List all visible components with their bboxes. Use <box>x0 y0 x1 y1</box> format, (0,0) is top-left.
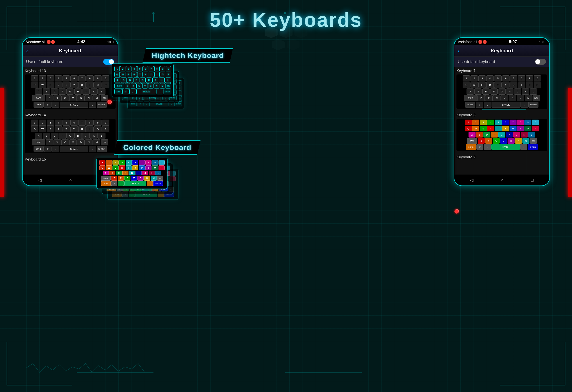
key[interactable]: P <box>159 165 165 170</box>
key[interactable]: 1 <box>465 120 472 125</box>
space-key[interactable]: SPACE <box>60 102 88 108</box>
key[interactable]: J <box>514 89 521 95</box>
key[interactable]: 1 <box>31 75 38 81</box>
key[interactable]: V <box>500 138 507 144</box>
key[interactable]: G <box>66 89 74 95</box>
key[interactable]: # <box>44 146 51 152</box>
key[interactable]: H <box>74 89 82 95</box>
key[interactable]: # <box>111 181 117 186</box>
key[interactable]: R <box>119 165 125 170</box>
key[interactable]: S <box>43 133 50 139</box>
key[interactable]: H <box>135 171 142 175</box>
key[interactable]: Z <box>478 138 485 144</box>
key[interactable]: S <box>476 132 483 137</box>
key[interactable]: R <box>131 72 137 77</box>
key[interactable]: 6 <box>143 66 148 71</box>
key[interactable]: L <box>98 89 105 95</box>
key[interactable]: G <box>498 89 506 95</box>
enter-key[interactable]: ENTER <box>528 144 538 150</box>
key[interactable]: 8 <box>86 75 94 81</box>
key[interactable]: 0 <box>159 160 165 165</box>
caps-key[interactable]: CAPS <box>32 139 45 145</box>
key[interactable]: E <box>478 82 486 88</box>
done-key[interactable]: DONE <box>114 89 122 94</box>
key[interactable]: N <box>517 95 524 101</box>
key[interactable]: 6 <box>502 75 509 81</box>
key[interactable]: T <box>63 82 70 88</box>
key[interactable]: O <box>160 72 165 77</box>
key[interactable]: T <box>495 126 502 131</box>
key[interactable]: J <box>513 132 520 137</box>
nav-back-icon-right[interactable]: ◁ <box>470 177 473 183</box>
key[interactable]: # <box>44 102 51 108</box>
key[interactable]: W <box>106 165 112 170</box>
key[interactable]: A <box>35 89 42 95</box>
key[interactable]: P <box>102 82 109 88</box>
key[interactable]: , <box>129 89 136 94</box>
key[interactable]: , <box>52 102 59 108</box>
key[interactable]: 6 <box>70 75 78 81</box>
del-key[interactable]: DEL <box>157 176 163 181</box>
key[interactable]: 1 <box>463 75 470 81</box>
key[interactable]: K <box>149 171 155 175</box>
caps-key[interactable]: CAPS <box>467 138 477 144</box>
key[interactable]: F <box>122 171 128 175</box>
key[interactable]: 9 <box>94 120 101 126</box>
key[interactable]: 8 <box>517 120 524 125</box>
key[interactable]: C <box>124 176 130 181</box>
key[interactable]: , <box>52 146 59 152</box>
key[interactable]: E <box>480 126 487 131</box>
key[interactable]: H <box>146 77 152 83</box>
key[interactable]: 0 <box>102 75 109 81</box>
key[interactable]: 4 <box>486 75 494 81</box>
key[interactable]: 9 <box>160 66 165 71</box>
key[interactable]: 2 <box>120 66 126 71</box>
key[interactable]: J <box>142 171 148 175</box>
key[interactable]: 1 <box>99 160 105 165</box>
key[interactable]: Q <box>31 82 38 88</box>
key[interactable]: Y <box>132 165 138 170</box>
key[interactable]: # <box>477 144 483 150</box>
key[interactable]: 2 <box>471 75 478 81</box>
key[interactable]: 0 <box>532 120 539 125</box>
key[interactable]: Q <box>463 82 470 88</box>
caps-key[interactable]: CAPS <box>101 176 111 181</box>
key[interactable]: C <box>493 95 501 101</box>
key[interactable]: N <box>144 176 150 181</box>
key[interactable]: O <box>524 126 531 131</box>
key[interactable]: D <box>482 89 490 95</box>
key[interactable]: I <box>154 72 159 77</box>
nav-recent-icon-right[interactable]: □ <box>531 178 533 183</box>
key[interactable]: 8 <box>86 120 94 126</box>
key[interactable]: F <box>59 89 66 95</box>
key[interactable]: . <box>520 144 527 150</box>
key[interactable]: 4 <box>119 160 125 165</box>
key[interactable]: 1 <box>31 120 38 126</box>
enter-key[interactable]: ENTER <box>97 146 107 152</box>
key[interactable]: . <box>89 146 96 152</box>
key[interactable]: U <box>78 126 86 132</box>
key[interactable]: E <box>47 82 54 88</box>
key[interactable]: B <box>77 95 85 101</box>
key[interactable]: N <box>85 95 93 101</box>
key[interactable]: M <box>525 95 532 101</box>
key[interactable]: 6 <box>502 120 509 125</box>
space-key[interactable]: SPACE <box>491 144 520 150</box>
key[interactable]: G <box>498 132 505 137</box>
key[interactable]: T <box>137 72 143 77</box>
key[interactable]: S <box>475 89 482 95</box>
key[interactable]: 4 <box>55 75 62 81</box>
key[interactable]: W <box>39 126 46 132</box>
done-key[interactable]: DONE <box>33 102 44 108</box>
key[interactable]: W <box>39 82 46 88</box>
key[interactable]: K <box>90 89 97 95</box>
nav-home-icon-right[interactable]: ○ <box>501 178 503 183</box>
key[interactable]: Y <box>70 126 78 132</box>
key[interactable]: K <box>90 133 97 139</box>
del-key[interactable]: DEL <box>166 83 171 89</box>
back-button-left[interactable]: ‹ <box>26 47 28 54</box>
key[interactable]: T <box>63 126 70 132</box>
caps-key[interactable]: CAPS <box>114 83 124 89</box>
key[interactable]: . <box>89 102 96 108</box>
key[interactable]: . <box>157 89 163 94</box>
